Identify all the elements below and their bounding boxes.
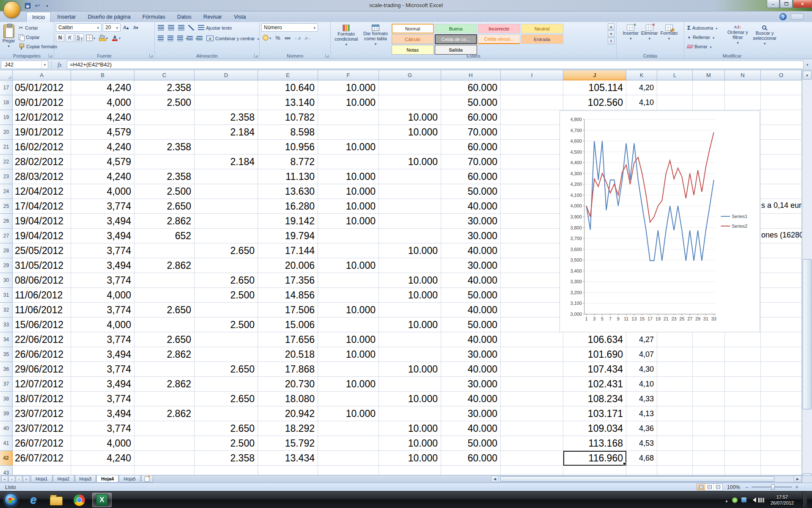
cell-A37[interactable]: 12/07/2012 xyxy=(13,377,71,392)
font-color-button[interactable] xyxy=(110,33,122,42)
cell-I42[interactable] xyxy=(501,451,563,466)
cell-O32[interactable] xyxy=(761,303,802,318)
cell-F20[interactable] xyxy=(318,125,379,140)
cell-I21[interactable] xyxy=(501,140,563,155)
row-header-20[interactable]: 20 xyxy=(0,125,13,140)
cell-M42[interactable] xyxy=(693,451,725,466)
cell-A23[interactable]: 28/03/2012 xyxy=(13,169,71,184)
cell-E36[interactable]: 17.868 xyxy=(258,362,318,377)
align-left-button[interactable] xyxy=(156,34,165,43)
cell-B18[interactable]: 4,000 xyxy=(71,95,134,110)
cell-F17[interactable]: 10.000 xyxy=(318,80,379,95)
cell-N40[interactable] xyxy=(725,421,761,436)
row-header-35[interactable]: 35 xyxy=(0,347,13,362)
accounting-format-button[interactable] xyxy=(261,33,272,42)
cell-C28[interactable] xyxy=(134,243,195,258)
row-header-21[interactable]: 21 xyxy=(0,140,13,155)
cell-C20[interactable] xyxy=(134,125,195,140)
vertical-scroll-thumb[interactable] xyxy=(803,259,812,409)
row-header-22[interactable]: 22 xyxy=(0,155,13,169)
cell-C27[interactable]: 652 xyxy=(134,229,195,243)
cell-H37[interactable]: 30.000 xyxy=(441,377,501,392)
row-header-42[interactable]: 42 xyxy=(0,451,13,466)
help-button[interactable] xyxy=(779,13,787,20)
zoom-level[interactable]: 100% xyxy=(727,484,740,490)
cell-B43[interactable] xyxy=(71,466,134,475)
cell-I39[interactable] xyxy=(501,406,563,421)
cell-G42[interactable]: 10.000 xyxy=(379,451,441,466)
cell-B39[interactable]: 3,494 xyxy=(71,406,134,421)
cell-D36[interactable]: 2.650 xyxy=(195,362,258,377)
cell-A20[interactable]: 19/01/2012 xyxy=(13,125,71,140)
cell-C30[interactable] xyxy=(134,273,195,288)
cell-H23[interactable]: 60.000 xyxy=(441,169,501,184)
show-desktop-button[interactable] xyxy=(803,491,807,508)
cell-E31[interactable]: 14.856 xyxy=(258,288,318,303)
horizontal-scroll-track[interactable] xyxy=(499,476,794,482)
cell-I32[interactable] xyxy=(501,303,563,318)
cell-F23[interactable]: 10.000 xyxy=(318,169,379,184)
cell-L34[interactable] xyxy=(657,332,693,347)
column-header-H[interactable]: H xyxy=(441,70,501,80)
row-header-18[interactable]: 18 xyxy=(0,95,13,110)
cell-D19[interactable]: 2.358 xyxy=(195,110,258,125)
cell-H32[interactable]: 40.000 xyxy=(441,303,501,318)
row-header-17[interactable]: 17 xyxy=(0,80,13,95)
cell-D35[interactable] xyxy=(195,347,258,362)
cell-G24[interactable] xyxy=(379,184,441,199)
tray-icon[interactable] xyxy=(732,497,738,503)
row-header-37[interactable]: 37 xyxy=(0,377,13,392)
cell-M39[interactable] xyxy=(693,406,725,421)
cell-O28[interactable] xyxy=(761,243,802,258)
cell-O36[interactable] xyxy=(761,362,802,377)
horizontal-scrollbar[interactable]: ◀ ▶ xyxy=(491,475,802,483)
cell-O30[interactable] xyxy=(761,273,802,288)
cell-J39[interactable]: 103.171 xyxy=(563,406,626,421)
qat-dropdown[interactable] xyxy=(43,2,51,9)
cell-M37[interactable] xyxy=(693,377,725,392)
grow-font-button[interactable] xyxy=(122,23,130,32)
cell-I28[interactable] xyxy=(501,243,563,258)
cell-D18[interactable] xyxy=(195,95,258,110)
cell-A26[interactable]: 19/04/2012 xyxy=(13,214,71,229)
cell-J41[interactable]: 113.168 xyxy=(563,436,626,451)
cell-E35[interactable]: 20.518 xyxy=(258,347,318,362)
start-button[interactable] xyxy=(4,493,18,507)
zoom-thumb[interactable] xyxy=(771,484,775,490)
cell-A43[interactable] xyxy=(13,466,71,475)
cell-C37[interactable]: 2.862 xyxy=(134,377,195,392)
cell-C31[interactable] xyxy=(134,288,195,303)
cell-L37[interactable] xyxy=(657,377,693,392)
row-header-43[interactable]: 43 xyxy=(0,466,13,475)
gallery-down-icon[interactable]: ▼ xyxy=(608,30,614,37)
row-header-41[interactable]: 41 xyxy=(0,436,13,451)
cell-E38[interactable]: 18.080 xyxy=(258,392,318,406)
cell-G39[interactable] xyxy=(379,406,441,421)
row-header-34[interactable]: 34 xyxy=(0,332,13,347)
cell-B33[interactable]: 4,000 xyxy=(71,318,134,332)
cell-C25[interactable]: 2.650 xyxy=(134,199,195,214)
italic-button[interactable]: K xyxy=(66,33,74,42)
cell-I31[interactable] xyxy=(501,288,563,303)
maximize-button[interactable] xyxy=(780,0,793,8)
cell-C23[interactable]: 2.358 xyxy=(134,169,195,184)
cell-C38[interactable] xyxy=(134,392,195,406)
clipboard-dialog-launcher[interactable] xyxy=(49,54,52,58)
office-button[interactable] xyxy=(3,1,20,18)
merge-center-button[interactable]: Combinar y centrar xyxy=(205,34,261,43)
cell-J43[interactable] xyxy=(563,466,626,475)
prev-sheet-icon[interactable]: ‹ xyxy=(8,476,15,482)
cell-G19[interactable]: 10.000 xyxy=(379,110,441,125)
cell-O35[interactable] xyxy=(761,347,802,362)
cell-E33[interactable]: 15.006 xyxy=(258,318,318,332)
row-header-39[interactable]: 39 xyxy=(0,406,13,421)
ribbon-tab-f-rmulas[interactable]: Fórmulas xyxy=(137,12,171,22)
delete-cells-button[interactable]: Eliminar xyxy=(640,23,659,52)
cell-B20[interactable]: 4,579 xyxy=(71,125,134,140)
cell-I33[interactable] xyxy=(501,318,563,332)
decrease-decimal-button[interactable] xyxy=(303,33,312,42)
shrink-font-button[interactable] xyxy=(132,23,140,32)
vertical-scrollbar[interactable] xyxy=(802,70,812,483)
cell-F30[interactable] xyxy=(318,273,379,288)
horizontal-scroll-thumb[interactable] xyxy=(500,476,774,482)
